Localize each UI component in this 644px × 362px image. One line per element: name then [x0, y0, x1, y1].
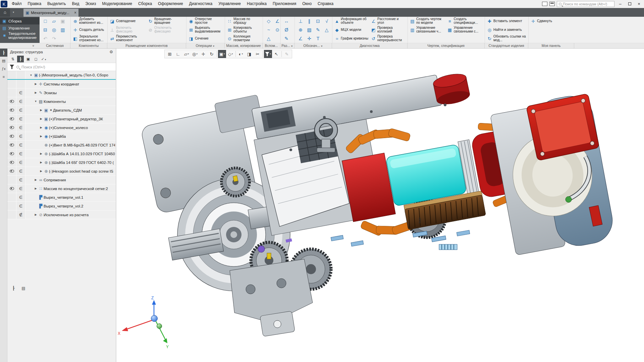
- gear-icon[interactable]: ⚙: [109, 50, 113, 54]
- note-icon[interactable]: ✎: [314, 25, 322, 34]
- eye-icon[interactable]: [10, 100, 14, 103]
- viewport-display-mode-button[interactable]: ◇▾: [226, 50, 234, 58]
- viewport-orient-normal-button[interactable]: ∟: [174, 50, 182, 58]
- diameter-icon[interactable]: Ø: [282, 25, 291, 34]
- visibility-cell[interactable]: [7, 132, 16, 140]
- tree-toolbar-marquee-button[interactable]: ◻: [33, 56, 39, 62]
- menu-item-Выделить[interactable]: Выделить: [44, 0, 69, 8]
- plane-icon[interactable]: ◇: [264, 17, 273, 25]
- expand-closed-icon[interactable]: ▶: [34, 91, 38, 94]
- find-replace-button[interactable]: ◎Найти и заменить: [486, 25, 527, 34]
- viewport-clip-button[interactable]: ✂: [254, 50, 262, 58]
- eye-icon[interactable]: [10, 143, 14, 146]
- visibility-cell[interactable]: [7, 71, 16, 79]
- section-label-Массив, копирование[interactable]: Массив, копирование: [225, 43, 263, 48]
- visibility-cell[interactable]: [7, 193, 16, 201]
- eye-icon[interactable]: [10, 126, 14, 129]
- viewport-3d[interactable]: TOP Z X Y ⊞∟▱▾◎▾✛↻▣▾◇: [116, 49, 644, 362]
- visibility-cell[interactable]: [7, 123, 16, 132]
- menu-item-Правка[interactable]: Правка: [25, 0, 45, 8]
- document-tab[interactable]: ▣ Мехатронный_моду... ×: [23, 9, 78, 17]
- expand-closed-icon[interactable]: ▶: [34, 178, 38, 181]
- cut-extrude-button[interactable]: ⊠Вырезать выдавливанием: [188, 25, 223, 34]
- menu-item-Сборка[interactable]: Сборка: [135, 0, 155, 8]
- base-icon[interactable]: ⊕: [296, 25, 305, 34]
- strip-tree-structure-button[interactable]: ┠: [0, 49, 7, 57]
- viewport-filter-button[interactable]: ▾: [264, 50, 272, 58]
- visibility-cell[interactable]: [7, 210, 16, 219]
- model-3d-cutaway[interactable]: TOP Z X Y: [116, 49, 644, 362]
- expand-closed-icon[interactable]: ▶: [39, 152, 43, 155]
- section-button[interactable]: ◨Сечение: [188, 34, 223, 43]
- command-search-input[interactable]: Поиск по командам (Alt+/): [557, 1, 614, 7]
- visibility-cell[interactable]: [7, 158, 16, 167]
- membership-cell[interactable]: ∈: [16, 193, 25, 201]
- visibility-cell[interactable]: [7, 88, 16, 97]
- thread-icon[interactable]: ∥: [305, 17, 314, 25]
- eye-icon[interactable]: [10, 187, 14, 190]
- membership-cell[interactable]: ∈: [16, 184, 25, 193]
- print-preview-icon[interactable]: ◎: [50, 25, 58, 34]
- visibility-cell[interactable]: [7, 106, 16, 114]
- tolerance-icon[interactable]: ⊡: [314, 17, 322, 25]
- curvature-graph-button[interactable]: ≈График кривизны: [334, 34, 370, 43]
- visibility-cell[interactable]: [7, 184, 16, 193]
- home-button[interactable]: ⌂: [0, 8, 10, 17]
- position-icon[interactable]: ✛: [305, 34, 314, 43]
- visibility-cell[interactable]: [7, 167, 16, 175]
- expand-open-icon[interactable]: ▼: [29, 74, 33, 77]
- tree-row[interactable]: ∈▶✎Эскизы: [7, 88, 116, 97]
- menu-item-Вид[interactable]: Вид: [69, 0, 82, 8]
- membership-cell[interactable]: ∈: [16, 123, 25, 132]
- menu-item-Управление[interactable]: Управление: [215, 0, 244, 8]
- membership-cell[interactable]: [16, 80, 25, 88]
- window-layout-icon[interactable]: [542, 2, 547, 6]
- tree-row[interactable]: ∈▶▣✦Двигатель_СДМ: [7, 106, 116, 115]
- ribbon-mode-Сборка[interactable]: ▣Сборка: [0, 17, 40, 24]
- membership-cell[interactable]: ∈: [16, 88, 25, 97]
- save-as-icon[interactable]: ▥: [58, 25, 67, 34]
- tree-row[interactable]: ∈▼▤Компоненты: [7, 97, 116, 106]
- membership-cell[interactable]: ∈: [16, 158, 25, 167]
- visibility-cell[interactable]: [7, 115, 16, 123]
- minimize-button[interactable]: –: [616, 1, 624, 7]
- maximize-button[interactable]: [626, 1, 633, 7]
- filter-icon[interactable]: [10, 65, 14, 69]
- viewport-rotate-button[interactable]: ↻: [208, 50, 216, 58]
- visibility-cell[interactable]: [7, 141, 16, 149]
- expand-closed-icon[interactable]: ▶: [39, 109, 43, 112]
- add-component-button[interactable]: ⊕Добавить компонент из...: [72, 17, 106, 25]
- surface-mark-icon[interactable]: △: [322, 25, 331, 34]
- viewport-section-view-button[interactable]: ◨: [245, 50, 253, 58]
- pattern-by-template-button[interactable]: ∷Массив по образцу: [226, 17, 261, 25]
- tree-toolbar-tree-structure-button[interactable]: ┠: [17, 56, 24, 62]
- expand-closed-icon[interactable]: ▶: [39, 117, 43, 120]
- section-label-Обознач...[interactable]: Обознач... ▼: [294, 43, 332, 48]
- tree-row[interactable]: ∈▶▣(+)Планетарный_редуктор_3К: [7, 115, 116, 123]
- visibility-cell[interactable]: [7, 202, 16, 210]
- continuity-check-button[interactable]: ↺Проверка непрерывности: [370, 34, 406, 43]
- tree-row[interactable]: ▶✛Системы координат: [7, 80, 116, 88]
- eye-icon[interactable]: [10, 161, 14, 164]
- viewport-hide-objects-button[interactable]: ◐▾: [237, 50, 245, 58]
- tree-row[interactable]: ∈▶◉(+)Шайба: [7, 132, 116, 141]
- section-label-Вспом...[interactable]: Вспом...: [263, 43, 280, 48]
- visibility-cell[interactable]: [7, 176, 16, 184]
- section-label-Размещение компонентов[interactable]: Размещение компонентов: [107, 43, 186, 48]
- local-cs-icon[interactable]: △: [264, 34, 273, 43]
- linked-drawings-button[interactable]: ▥Управление связанными ч...: [409, 25, 446, 34]
- section-label-Раз...[interactable]: Раз... ▼: [280, 43, 294, 48]
- strip-functions-button[interactable]: ƒx: [0, 65, 7, 73]
- expand-closed-icon[interactable]: ▶: [39, 170, 43, 173]
- membership-cell[interactable]: ∈: [16, 132, 25, 140]
- open-folder-icon[interactable]: ▱: [50, 17, 58, 25]
- spline-icon[interactable]: ~: [264, 25, 273, 34]
- tree-bottom-specification-button[interactable]: ▤: [20, 285, 27, 292]
- viewport-zoom-button[interactable]: ◎▾: [191, 50, 199, 58]
- hatch-icon[interactable]: ▨: [305, 25, 314, 34]
- roughness-icon[interactable]: √: [322, 17, 331, 25]
- expand-open-icon[interactable]: ▼: [34, 100, 38, 103]
- menu-item-Окно[interactable]: Окно: [299, 0, 315, 8]
- menu-item-Оформление[interactable]: Оформление: [155, 0, 186, 8]
- simple-hole-button[interactable]: ◉Отверстие простое: [188, 17, 223, 25]
